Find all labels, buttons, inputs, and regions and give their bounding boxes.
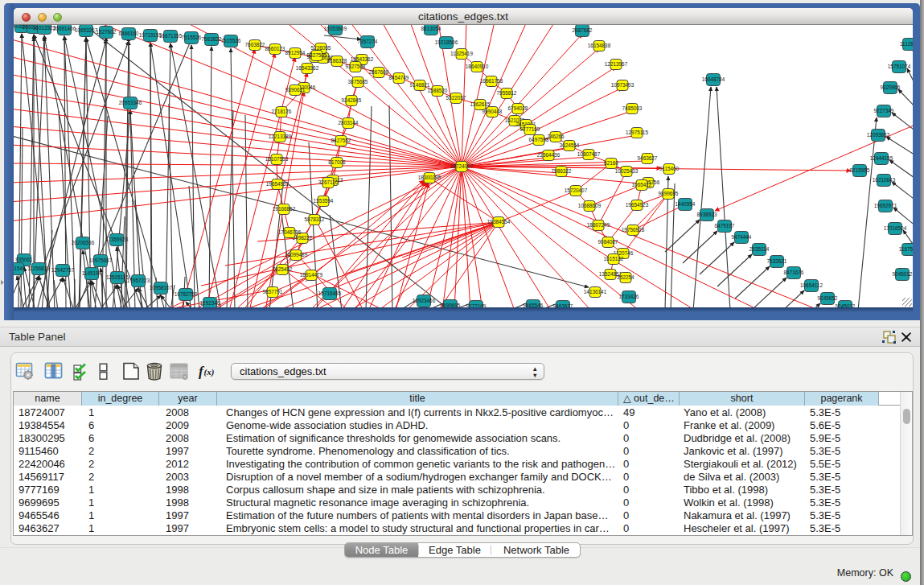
svg-text:9463627: 9463627 <box>553 303 573 307</box>
svg-text:11156819: 11156819 <box>27 266 50 271</box>
svg-text:1353594: 1353594 <box>314 198 334 204</box>
svg-text:10973493: 10973493 <box>611 82 634 88</box>
svg-text:7625402: 7625402 <box>273 266 293 272</box>
svg-text:9990448: 9990448 <box>483 109 503 114</box>
svg-text:252254: 252254 <box>617 274 634 280</box>
svg-text:9329966: 9329966 <box>881 84 901 90</box>
svg-text:12213389: 12213389 <box>269 134 292 139</box>
svg-text:21564436: 21564436 <box>537 152 561 158</box>
svg-text:10807487: 10807487 <box>577 151 601 157</box>
svg-text:1112843: 1112843 <box>900 41 913 47</box>
svg-text:835061: 835061 <box>15 257 33 262</box>
svg-text:15720407: 15720407 <box>565 187 588 193</box>
svg-text:12923466: 12923466 <box>413 298 436 303</box>
svg-text:(x): (x) <box>204 367 215 377</box>
svg-text:16648784: 16648784 <box>702 76 725 82</box>
svg-text:6466160: 6466160 <box>119 31 139 36</box>
svg-text:10654112: 10654112 <box>800 282 823 288</box>
svg-text:2935114: 2935114 <box>749 246 770 252</box>
svg-text:6794028: 6794028 <box>508 105 528 111</box>
svg-text:5226055: 5226055 <box>311 45 331 51</box>
svg-text:8938923: 8938923 <box>697 212 717 217</box>
svg-text:16107553: 16107553 <box>265 156 289 162</box>
svg-text:5322037: 5322037 <box>446 95 466 101</box>
svg-text:9899695: 9899695 <box>659 191 679 196</box>
svg-text:1362615: 1362615 <box>470 101 491 107</box>
svg-text:1733426: 1733426 <box>619 294 639 299</box>
svg-text:19654952: 19654952 <box>266 181 290 187</box>
svg-text:8454749: 8454749 <box>389 75 409 80</box>
svg-text:7515526: 7515526 <box>182 35 202 40</box>
svg-text:18640910: 18640910 <box>466 64 489 69</box>
svg-text:16154838: 16154838 <box>588 43 611 48</box>
svg-text:19654923: 19654923 <box>626 202 649 208</box>
svg-text:19692971: 19692971 <box>874 203 897 208</box>
svg-text:10958107: 10958107 <box>150 285 173 290</box>
svg-text:19166852: 19166852 <box>273 206 296 212</box>
svg-text:16543362: 16543362 <box>351 56 374 62</box>
svg-text:16099489: 16099489 <box>285 252 308 257</box>
svg-text:9777169: 9777169 <box>520 126 540 132</box>
svg-text:12093852: 12093852 <box>867 132 890 138</box>
svg-text:9390611: 9390611 <box>285 87 306 93</box>
svg-text:3875685: 3875685 <box>348 79 368 84</box>
svg-text:9084067: 9084067 <box>598 239 618 245</box>
svg-text:7632621: 7632621 <box>767 258 787 264</box>
svg-text:9146821: 9146821 <box>410 82 430 88</box>
svg-text:9327505: 9327505 <box>307 52 327 58</box>
svg-text:16543362: 16543362 <box>296 65 319 71</box>
svg-text:10025433: 10025433 <box>615 168 639 174</box>
svg-text:16914479: 16914479 <box>300 272 323 278</box>
svg-text:10653267: 10653267 <box>75 27 98 33</box>
svg-text:1527602: 1527602 <box>97 29 117 35</box>
svg-text:12444155: 12444155 <box>870 155 893 161</box>
svg-text:9227349: 9227349 <box>874 108 894 113</box>
svg-text:9115460: 9115460 <box>659 166 680 171</box>
svg-text:8471676: 8471676 <box>784 270 804 275</box>
svg-text:9327508: 9327508 <box>346 64 366 69</box>
svg-text:16961758: 16961758 <box>480 78 503 84</box>
svg-text:8660123: 8660123 <box>265 46 285 51</box>
svg-text:7485003: 7485003 <box>622 105 643 111</box>
svg-text:9777169: 9777169 <box>466 303 487 307</box>
svg-text:9245652: 9245652 <box>818 295 838 301</box>
svg-text:7986322: 7986322 <box>552 168 572 174</box>
svg-text:19384554: 19384554 <box>487 219 511 225</box>
svg-text:15716485: 15716485 <box>318 290 342 296</box>
svg-text:7357274: 7357274 <box>358 39 378 44</box>
svg-text:10975687: 10975687 <box>89 257 113 263</box>
svg-text:12505115: 12505115 <box>106 274 129 280</box>
svg-text:1615132: 1615132 <box>604 256 624 262</box>
svg-text:17016504: 17016504 <box>884 225 907 231</box>
svg-text:3267110: 3267110 <box>318 179 339 185</box>
svg-text:18300295: 18300295 <box>418 175 441 180</box>
svg-text:817006: 817006 <box>328 159 346 165</box>
svg-text:14136141: 14136141 <box>584 289 607 295</box>
svg-text:10688609: 10688609 <box>578 203 602 208</box>
svg-text:6479197: 6479197 <box>715 223 735 229</box>
svg-text:1065412: 1065412 <box>632 182 652 187</box>
svg-text:9245012: 9245012 <box>836 303 856 307</box>
svg-text:1145194: 1145194 <box>82 270 102 276</box>
svg-text:8215955: 8215955 <box>850 167 870 173</box>
svg-text:1588520: 1588520 <box>428 88 448 93</box>
svg-text:9699695: 9699695 <box>441 303 461 307</box>
svg-text:9474444: 9474444 <box>732 234 752 240</box>
svg-text:8427552: 8427552 <box>331 138 351 143</box>
svg-text:17359928: 17359928 <box>105 237 129 242</box>
svg-text:12213967: 12213967 <box>605 61 628 67</box>
svg-text:16782759: 16782759 <box>175 291 198 297</box>
svg-text:18724007: 18724007 <box>450 163 474 169</box>
svg-text:11325419: 11325419 <box>450 51 473 56</box>
svg-text:15751074: 15751074 <box>888 64 911 69</box>
svg-text:1440954: 1440954 <box>676 201 696 207</box>
svg-text:16671355: 16671355 <box>159 33 183 39</box>
svg-text:12942757: 12942757 <box>51 267 75 273</box>
svg-text:7663822: 7663822 <box>202 36 222 42</box>
svg-text:1167533: 1167533 <box>899 246 913 252</box>
svg-text:6497598: 6497598 <box>529 137 549 142</box>
svg-text:2687682: 2687682 <box>573 27 593 33</box>
svg-text:5878312: 5878312 <box>305 216 325 222</box>
svg-text:7515526: 7515526 <box>221 38 241 43</box>
svg-text:19218506: 19218506 <box>435 39 458 45</box>
